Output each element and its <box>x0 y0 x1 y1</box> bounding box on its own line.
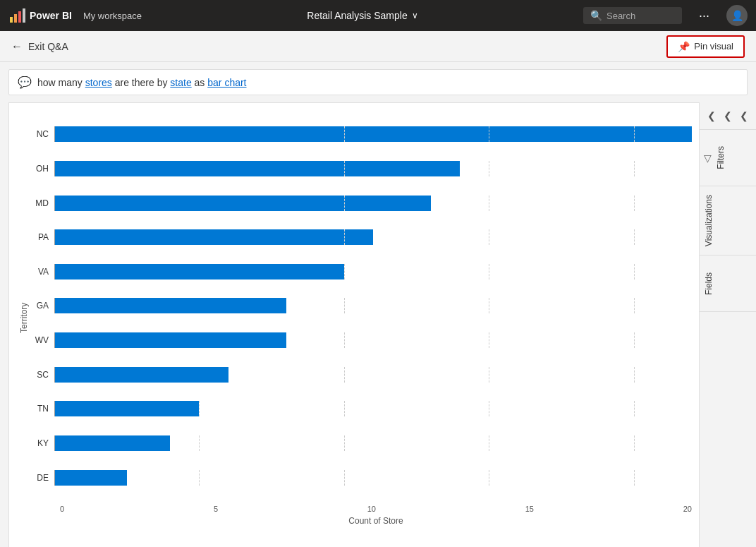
grid-line <box>489 264 489 279</box>
bar-fill[interactable] <box>54 435 170 451</box>
visualizations-label: Visualizations <box>704 195 714 246</box>
chart-wrapper: Territory NCOHMDPAVAGAWVSCTNKYDE 0510152… <box>16 110 692 526</box>
grid-line <box>634 435 635 451</box>
grid-line <box>489 470 489 486</box>
zero-line <box>54 298 55 313</box>
zero-line <box>54 435 55 451</box>
grid-line <box>489 229 489 245</box>
bar-row: VA <box>32 260 692 283</box>
grid-line <box>489 332 489 348</box>
grid-line <box>634 298 635 313</box>
zero-line <box>54 196 55 211</box>
pin-visual-button[interactable]: 📌 Pin visual <box>666 35 745 58</box>
grid-line <box>634 470 635 486</box>
qna-query-text: how many stores are there by state as ba… <box>37 77 247 88</box>
bar-row: TN <box>32 397 692 420</box>
bar-row: DE <box>32 467 692 489</box>
grid-line <box>489 161 489 176</box>
grid-line <box>634 126 635 142</box>
avatar-icon: 👤 <box>731 10 743 21</box>
filters-tab[interactable]: ▽ Filters <box>700 130 756 186</box>
bar-track <box>54 126 692 142</box>
visualizations-tab[interactable]: Visualizations <box>700 186 756 256</box>
zero-line <box>54 126 55 142</box>
bar-label: MD <box>32 198 54 208</box>
bar-label: TN <box>32 404 54 414</box>
bar-fill[interactable] <box>54 332 286 348</box>
user-avatar[interactable]: 👤 <box>726 5 748 26</box>
exit-qna-button[interactable]: ← Exit Q&A <box>11 40 68 53</box>
pin-icon: 📌 <box>678 41 690 52</box>
bar-fill[interactable] <box>54 126 692 142</box>
filter-icon: ▽ <box>704 152 712 164</box>
bar-row: GA <box>32 294 692 317</box>
x-axis: 05101520 <box>32 505 692 513</box>
search-box[interactable]: 🔍 <box>583 7 682 24</box>
bar-fill[interactable] <box>54 229 373 245</box>
grid-line <box>489 126 489 142</box>
state-keyword: state <box>170 77 191 88</box>
bar-fill[interactable] <box>54 298 286 313</box>
collapse-arrows-row: ❮ ❮ ❮ <box>700 102 756 130</box>
main-area: Territory NCOHMDPAVAGAWVSCTNKYDE 0510152… <box>0 102 756 547</box>
fields-tab[interactable]: Fields <box>700 256 756 312</box>
grid-line <box>634 401 635 416</box>
bar-fill[interactable] <box>54 470 127 486</box>
top-navigation: Power BI My workspace Retail Analysis Sa… <box>0 0 756 31</box>
power-bi-icon <box>8 7 25 24</box>
bar-label: SC <box>32 370 54 380</box>
qna-input-area[interactable]: 💬 how many stores are there by state as … <box>8 69 748 95</box>
report-title: Retail Analysis Sample <box>307 10 407 21</box>
grid-line <box>634 196 635 211</box>
bar-track <box>54 401 692 416</box>
bar-fill[interactable] <box>54 264 344 279</box>
bar-label: OH <box>32 164 54 174</box>
x-tick-label: 10 <box>367 505 376 513</box>
bar-row: KY <box>32 432 692 455</box>
bar-label: WV <box>32 335 54 345</box>
grid-line <box>489 435 489 451</box>
report-chevron-icon[interactable]: ∨ <box>412 11 418 20</box>
sub-header: ← Exit Q&A 📌 Pin visual <box>0 31 756 62</box>
zero-line <box>54 332 55 348</box>
back-arrow-icon: ← <box>11 40 23 53</box>
grid-line <box>634 367 635 383</box>
bar-fill[interactable] <box>54 401 199 416</box>
fields-label: Fields <box>704 272 714 295</box>
bar-track <box>54 367 692 383</box>
bar-row: NC <box>32 123 692 145</box>
bar-label: DE <box>32 473 54 483</box>
bar-track <box>54 435 692 451</box>
zero-line <box>54 401 55 416</box>
collapse-fields-icon[interactable]: ❮ <box>737 108 752 124</box>
grid-line <box>634 229 635 245</box>
grid-line <box>634 161 635 176</box>
bar-fill[interactable] <box>54 367 228 383</box>
search-icon: 🔍 <box>590 10 602 21</box>
collapse-visualizations-icon[interactable]: ❮ <box>720 108 735 124</box>
chart-area: Territory NCOHMDPAVAGAWVSCTNKYDE 0510152… <box>8 102 700 547</box>
more-options-button[interactable]: ··· <box>693 6 715 26</box>
pin-visual-label: Pin visual <box>694 41 733 52</box>
bar-track <box>54 229 692 245</box>
chat-icon: 💬 <box>18 76 32 89</box>
bar-fill[interactable] <box>54 196 431 211</box>
search-input[interactable] <box>606 11 677 21</box>
report-title-area: Retail Analysis Sample ∨ <box>153 10 572 21</box>
bar-fill[interactable] <box>54 161 460 176</box>
bar-label: NC <box>32 129 54 139</box>
workspace-link[interactable]: My workspace <box>83 11 142 21</box>
bar-row: PA <box>32 226 692 248</box>
bars-area: NCOHMDPAVAGAWVSCTNKYDE <box>32 110 692 502</box>
zero-line <box>54 229 55 245</box>
barchart-keyword: bar chart <box>207 77 246 88</box>
power-bi-logo: Power BI <box>8 7 72 24</box>
bar-row: MD <box>32 192 692 215</box>
grid-line <box>634 332 635 348</box>
bar-track <box>54 298 692 313</box>
x-axis-labels: 05101520 <box>60 505 692 513</box>
x-tick-label: 5 <box>214 505 218 513</box>
svg-rect-0 <box>10 17 13 23</box>
bar-track <box>54 332 692 348</box>
collapse-filters-icon[interactable]: ❮ <box>704 108 719 124</box>
